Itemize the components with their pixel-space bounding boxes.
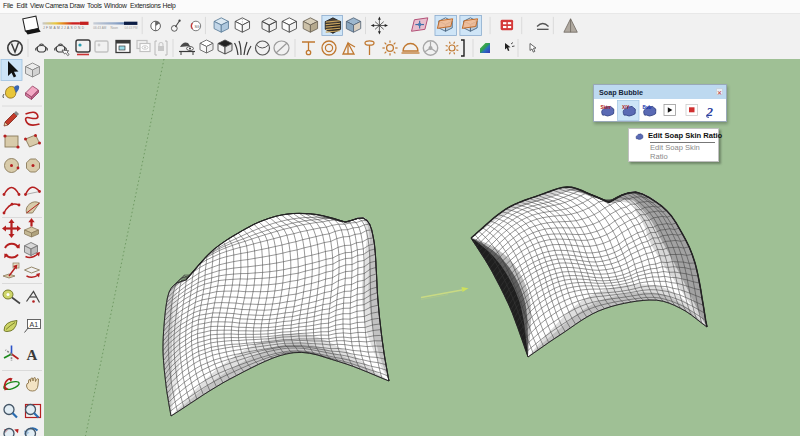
svg-text:JFMAMJJASOND: JFMAMJJASOND <box>43 26 85 30</box>
svg-text:Bub: Bub <box>643 105 652 110</box>
svg-text:Skin: Skin <box>601 105 611 110</box>
svg-text:06:43 AM: 06:43 AM <box>93 26 106 30</box>
svg-text:04:43 PM: 04:43 PM <box>124 26 138 30</box>
svg-text:SG: SG <box>194 25 199 29</box>
svg-text:Noon: Noon <box>111 26 119 30</box>
svg-text:X/Y: X/Y <box>622 105 629 110</box>
